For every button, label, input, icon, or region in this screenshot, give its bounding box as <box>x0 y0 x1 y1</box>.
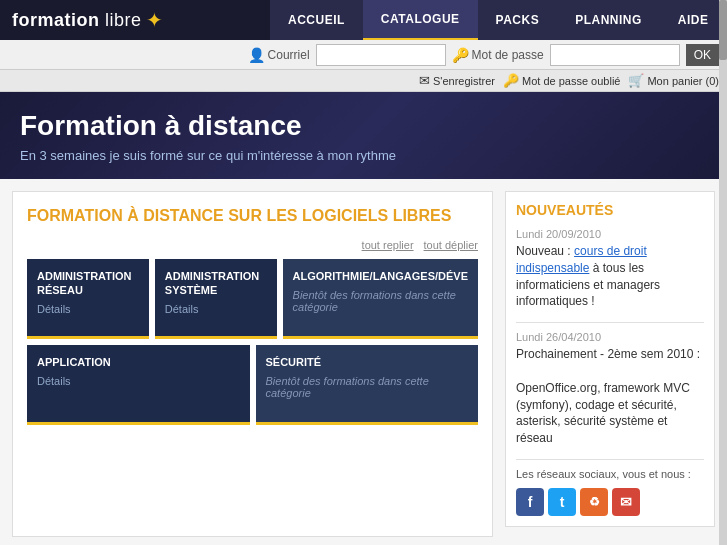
nav-accueil[interactable]: ACCUEIL <box>270 0 363 40</box>
cat-algo: ALGORITHMIE/LANGAGES/DÉVE Bientôt des fo… <box>283 259 478 339</box>
left-panel-title: FORMATION À DISTANCE SUR LES LOGICIELS L… <box>27 206 478 227</box>
logo-text: formation libre <box>12 10 142 31</box>
navbar: formation libre ✦ ACCUEIL CATALOGUE PACK… <box>0 0 727 40</box>
collapse-row: tout replier tout déplier <box>27 239 478 251</box>
nouveautes-title: NOUVEAUTÉS <box>516 202 704 218</box>
cat-application: APPLICATION Détails <box>27 345 250 425</box>
news-separator <box>516 322 704 323</box>
action-bar: ✉ S'enregistrer 🔑 Mot de passe oublié 🛒 … <box>0 70 727 92</box>
facebook-icon[interactable]: f <box>516 488 544 516</box>
cat-securite-soon: Bientôt des formations dans cette catégo… <box>266 375 469 399</box>
logo-area: formation libre ✦ <box>0 0 270 40</box>
cat-algo-soon: Bientôt des formations dans cette catégo… <box>293 289 468 313</box>
news-separator-2 <box>516 459 704 460</box>
scrollbar-thumb[interactable] <box>719 0 727 60</box>
nouveautes-box: NOUVEAUTÉS Lundi 20/09/2010 Nouveau : co… <box>505 191 715 527</box>
password-label: 🔑 Mot de passe <box>452 47 544 63</box>
main-content: FORMATION À DISTANCE SUR LES LOGICIELS L… <box>0 179 727 545</box>
cat-admin-systeme: ADMINISTRATION SYSTÈME Détails <box>155 259 277 339</box>
news-date-1: Lundi 20/09/2010 <box>516 228 704 240</box>
cat-securite-title: SÉCURITÉ <box>266 355 469 369</box>
login-bar: 👤 Courriel 🔑 Mot de passe OK <box>0 40 727 70</box>
cat-admin-systeme-detail[interactable]: Détails <box>165 303 267 315</box>
news-body-1: Nouveau : cours de droit indispensable à… <box>516 243 704 310</box>
news-item-2: Lundi 26/04/2010 Prochainement - 2ème se… <box>516 331 704 447</box>
key-small-icon: 🔑 <box>503 73 519 88</box>
nav-aide[interactable]: AIDE <box>660 0 727 40</box>
rss-icon[interactable]: ♻ <box>580 488 608 516</box>
right-panel: NOUVEAUTÉS Lundi 20/09/2010 Nouveau : co… <box>505 191 715 537</box>
cat-application-detail[interactable]: Détails <box>37 375 240 387</box>
forgot-link[interactable]: 🔑 Mot de passe oublié <box>503 73 620 88</box>
cat-admin-reseau: ADMINISTRATION RÉSEAU Détails <box>27 259 149 339</box>
ok-button[interactable]: OK <box>686 44 719 66</box>
left-panel: FORMATION À DISTANCE SUR LES LOGICIELS L… <box>12 191 493 537</box>
hero-subtitle: En 3 semaines je suis formé sur ce qui m… <box>20 148 707 163</box>
gmail-icon[interactable]: ✉ <box>612 488 640 516</box>
hero-title: Formation à distance <box>20 110 707 142</box>
news-body-2: Prochainement - 2ème sem 2010 : OpenOffi… <box>516 346 704 447</box>
user-icon: 👤 <box>248 47 265 63</box>
register-link[interactable]: ✉ S'enregistrer <box>419 73 495 88</box>
cat-admin-reseau-detail[interactable]: Détails <box>37 303 139 315</box>
cat-application-title: APPLICATION <box>37 355 240 369</box>
nav-planning[interactable]: PLANNING <box>557 0 660 40</box>
logo-bird-icon: ✦ <box>146 8 163 32</box>
cat-admin-reseau-title: ADMINISTRATION RÉSEAU <box>37 269 139 298</box>
twitter-icon[interactable]: t <box>548 488 576 516</box>
nav-catalogue[interactable]: CATALOGUE <box>363 0 478 40</box>
tout-replier-link[interactable]: tout replier <box>362 239 414 251</box>
nav-packs[interactable]: PACKS <box>478 0 558 40</box>
cart-icon: 🛒 <box>628 73 644 88</box>
cat-algo-title: ALGORITHMIE/LANGAGES/DÉVE <box>293 269 468 283</box>
scrollbar[interactable] <box>719 0 727 545</box>
social-row: f t ♻ ✉ <box>516 488 704 516</box>
cart-link[interactable]: 🛒 Mon panier (0) <box>628 73 719 88</box>
category-grid-row1: ADMINISTRATION RÉSEAU Détails ADMINISTRA… <box>27 259 478 339</box>
cat-securite: SÉCURITÉ Bientôt des formations dans cet… <box>256 345 479 425</box>
nav-links: ACCUEIL CATALOGUE PACKS PLANNING AIDE <box>270 0 727 40</box>
news-date-2: Lundi 26/04/2010 <box>516 331 704 343</box>
key-icon: 🔑 <box>452 47 469 63</box>
password-input[interactable] <box>550 44 680 66</box>
hero-section: Formation à distance En 3 semaines je su… <box>0 92 727 179</box>
register-icon: ✉ <box>419 73 430 88</box>
tout-deplier-link[interactable]: tout déplier <box>424 239 478 251</box>
news-item-1: Lundi 20/09/2010 Nouveau : cours de droi… <box>516 228 704 310</box>
courriel-label: 👤 Courriel <box>248 47 310 63</box>
social-label: Les réseaux sociaux, vous et nous : <box>516 468 704 480</box>
news-link-1[interactable]: cours de droit indispensable <box>516 244 647 275</box>
courriel-input[interactable] <box>316 44 446 66</box>
category-grid-row2: APPLICATION Détails SÉCURITÉ Bientôt des… <box>27 345 478 425</box>
cat-admin-systeme-title: ADMINISTRATION SYSTÈME <box>165 269 267 298</box>
